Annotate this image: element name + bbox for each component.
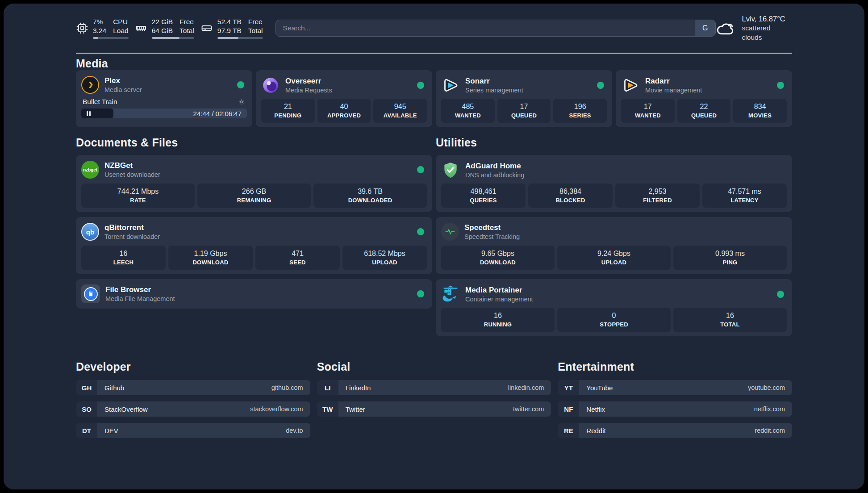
stat-tile: 266 GBREMAINING — [197, 184, 311, 208]
stat-tile: 17QUEUED — [497, 99, 551, 123]
stat-tile: 86,384BLOCKED — [528, 184, 613, 208]
bookmark-url: twitter.com — [513, 405, 544, 413]
bookmark-dev[interactable]: DT DEV dev.to — [76, 423, 310, 438]
search-input[interactable] — [276, 20, 695, 36]
search-engine-button[interactable]: G — [695, 20, 715, 36]
section-title-developer: Developer — [76, 360, 310, 373]
cpu-load-value: 3.24 — [93, 26, 106, 35]
weather-widget[interactable]: Lviv, 16.87°C scattered clouds — [716, 14, 792, 42]
app-card-adguard[interactable]: AdGuard Home DNS and adblocking 498,461Q… — [436, 155, 792, 212]
status-badge — [417, 82, 424, 89]
app-card-qbittorrent[interactable]: qb qBittorrent Torrent downloader 16LEEC… — [76, 217, 432, 274]
status-badge — [417, 228, 424, 235]
app-description: Speedtest Tracking — [464, 233, 520, 240]
stat-tile: 498,461QUERIES — [441, 184, 526, 208]
bookmark-name: Netflix — [586, 405, 605, 413]
qbittorrent-icon: qb — [81, 223, 99, 241]
stat-tile: 471SEED — [255, 246, 340, 270]
weather-condition: scattered clouds — [742, 24, 792, 42]
stat-tile: 16LEECH — [81, 246, 166, 270]
bookmark-abbr: GH — [76, 380, 97, 395]
stat-tile: 744.21 MbpsRATE — [81, 184, 195, 208]
stat-tile: 22QUEUED — [677, 99, 731, 123]
app-name: Overseerr — [285, 77, 332, 86]
stat-tile: 1.19 GbpsDOWNLOAD — [168, 246, 253, 270]
bookmark-netflix[interactable]: NF Netflix netflix.com — [558, 401, 792, 417]
memory-stat: 22 GiB 64 GiB Free Total — [135, 17, 194, 39]
app-description: Media File Management — [105, 295, 175, 302]
bookmark-youtube[interactable]: YT YouTube youtube.com — [558, 380, 792, 395]
stat-tile: 9.65 GbpsDOWNLOAD — [441, 246, 555, 270]
memory-icon — [135, 22, 147, 34]
bookmark-url: netflix.com — [754, 405, 785, 413]
app-name: Plex — [104, 76, 142, 85]
bookmark-abbr: YT — [558, 380, 579, 395]
storage-total-label: Total — [248, 26, 263, 35]
app-description: Usenet downloader — [104, 171, 160, 178]
stat-tile: 9.24 GbpsUPLOAD — [557, 246, 671, 270]
bookmark-linkedin[interactable]: LI LinkedIn linkedin.com — [317, 380, 551, 395]
app-description: DNS and adblocking — [465, 171, 524, 179]
cpu-progress-bar — [93, 37, 129, 39]
stat-tile: 0STOPPED — [557, 308, 671, 332]
bookmark-github[interactable]: GH Github github.com — [76, 380, 310, 395]
app-card-plex[interactable]: Plex Media server Bullet Train — [76, 70, 252, 127]
app-card-portainer[interactable]: Media Portainer Container management 16R… — [436, 279, 792, 336]
storage-free-value: 52.4 TB — [217, 17, 242, 26]
top-bar: 7% 3.24 CPU Load — [76, 17, 792, 39]
media-grid: Plex Media server Bullet Train — [76, 70, 792, 127]
adguard-icon — [441, 161, 460, 180]
app-card-filebrowser[interactable]: File Browser Media File Management — [76, 279, 432, 309]
app-name: AdGuard Home — [465, 162, 524, 171]
stat-tile: 21PENDING — [261, 99, 315, 123]
bookmarks-entertainment: Entertainment YT YouTube youtube.com NF … — [558, 360, 792, 438]
bookmark-url: youtube.com — [748, 384, 785, 391]
status-badge — [777, 291, 784, 298]
app-card-radarr[interactable]: Radarr Movie management 17WANTED 22QUEUE… — [616, 70, 792, 127]
app-card-sonarr[interactable]: Sonarr Series management 485WANTED 17QUE… — [436, 70, 612, 127]
bookmark-twitter[interactable]: TW Twitter twitter.com — [317, 401, 551, 417]
bookmark-stackoverflow[interactable]: SO StackOverflow stackoverflow.com — [76, 401, 310, 417]
memory-free-value: 22 GiB — [152, 17, 173, 26]
playback-progress-bar: 24:44 / 02:06:47 — [81, 109, 247, 118]
app-name: Sonarr — [465, 77, 523, 86]
memory-total-value: 64 GiB — [152, 26, 173, 35]
bookmark-abbr: SO — [76, 401, 97, 417]
utilities-column: Utilities — [436, 136, 792, 336]
plex-icon — [81, 76, 99, 94]
bookmark-name: Reddit — [586, 427, 605, 435]
stat-tile: 2,953FILTERED — [615, 184, 700, 208]
pause-icon[interactable] — [87, 111, 91, 116]
search-bar: G — [275, 20, 716, 37]
bookmark-abbr: RE — [558, 423, 579, 438]
bookmarks-developer: Developer GH Github github.com SO StackO… — [76, 360, 310, 438]
app-description: Container management — [465, 296, 533, 303]
app-description: Media server — [104, 86, 142, 93]
app-card-overseerr[interactable]: Overseerr Media Requests 21PENDING 40APP… — [256, 70, 432, 127]
app-card-speedtest[interactable]: Speedtest Speedtest Tracking 9.65 GbpsDO… — [436, 217, 792, 274]
header-divider — [76, 53, 792, 54]
bookmark-abbr: TW — [317, 401, 338, 417]
bookmarks-social: Social LI LinkedIn linkedin.com TW Twitt… — [317, 360, 551, 438]
bookmark-abbr: DT — [76, 423, 97, 438]
bookmark-url: linkedin.com — [508, 384, 544, 391]
status-badge — [417, 290, 424, 297]
nzbget-icon: nzbget — [81, 161, 99, 179]
playback-time: 24:44 / 02:06:47 — [193, 110, 242, 117]
stat-tile: 40APPROVED — [317, 99, 371, 123]
bookmark-abbr: NF — [558, 401, 579, 417]
settings-icon[interactable] — [238, 98, 246, 106]
bookmark-abbr: LI — [317, 380, 338, 395]
speedtest-icon — [441, 223, 459, 241]
cpu-icon — [76, 22, 88, 34]
status-badge — [597, 82, 604, 89]
stat-tile: 39.6 TBDOWNLOADED — [313, 184, 427, 208]
stat-tile: 485WANTED — [441, 99, 495, 123]
bookmark-reddit[interactable]: RE Reddit reddit.com — [558, 423, 792, 438]
cpu-load-label: Load — [113, 26, 128, 35]
bookmark-name: YouTube — [586, 384, 613, 392]
stat-tile: 17WANTED — [621, 99, 675, 123]
app-card-nzbget[interactable]: nzbget NZBGet Usenet downloader 744.21 M… — [76, 155, 432, 212]
app-description: Media Requests — [285, 87, 332, 94]
app-name: Media Portainer — [465, 286, 533, 295]
